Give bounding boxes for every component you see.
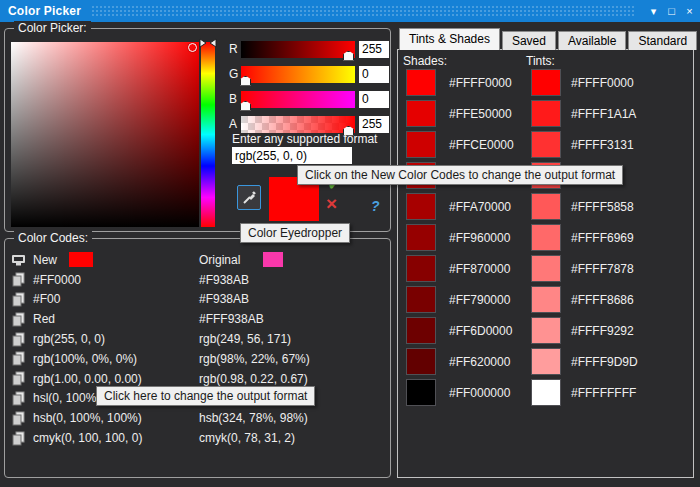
copy-icon[interactable] [11, 292, 26, 307]
cancel-x-icon[interactable]: × [326, 195, 337, 213]
tint-code[interactable]: #FFFF0000 [571, 76, 634, 90]
alpha-slider[interactable] [241, 116, 355, 133]
channel-label-b: B [229, 92, 241, 106]
tint-code[interactable]: #FFFF9D9D [571, 355, 638, 369]
red-slider-thumb[interactable] [343, 51, 354, 61]
tint-row: #FFFF1A1A [531, 100, 638, 127]
shade-code[interactable]: #FF000000 [449, 386, 510, 400]
tint-swatch[interactable] [531, 286, 561, 313]
tint-swatch[interactable] [531, 224, 561, 251]
shade-code[interactable]: #FF790000 [449, 293, 510, 307]
shade-row: #FFA70000 [406, 193, 514, 220]
code-new-value[interactable]: rgb(255, 0, 0) [33, 332, 199, 346]
close-icon[interactable]: × [682, 0, 697, 22]
code-new-value[interactable]: Red [33, 312, 199, 326]
shade-code[interactable]: #FFFF0000 [449, 76, 512, 90]
tint-code[interactable]: #FFFF5858 [571, 200, 634, 214]
saturation-value-canvas[interactable] [11, 42, 199, 227]
tint-code[interactable]: #FFFF9292 [571, 324, 634, 338]
tint-swatch[interactable] [531, 317, 561, 344]
copy-icon[interactable] [11, 371, 26, 386]
shade-code[interactable]: #FFE50000 [449, 107, 512, 121]
copy-icon[interactable] [11, 431, 26, 446]
green-slider-thumb[interactable] [240, 76, 251, 86]
tab-available[interactable]: Available [558, 31, 626, 50]
shade-swatch[interactable] [406, 379, 436, 406]
tint-code[interactable]: #FFFF6969 [571, 231, 634, 245]
tab-saved[interactable]: Saved [502, 31, 556, 50]
blue-value-input[interactable] [359, 91, 389, 108]
tint-row: #FFFF3131 [531, 131, 638, 158]
tint-row: #FFFF8686 [531, 286, 638, 313]
original-color-swatch[interactable] [263, 252, 283, 267]
tint-code[interactable]: #FFFF8686 [571, 293, 634, 307]
format-input[interactable] [232, 147, 352, 164]
tint-swatch[interactable] [531, 379, 561, 406]
shade-row: #FF960000 [406, 224, 514, 251]
eyedropper-icon [242, 190, 257, 205]
tab-standard[interactable]: Standard [628, 31, 697, 50]
alpha-value-input[interactable] [359, 116, 389, 133]
tint-swatch[interactable] [531, 131, 561, 158]
tint-swatch[interactable] [531, 255, 561, 282]
tab-tints-and-shades[interactable]: Tints & Shades [399, 28, 500, 50]
window-menu-icon[interactable]: ▾ [646, 0, 661, 22]
shade-swatch[interactable] [406, 224, 436, 251]
shade-swatch[interactable] [406, 131, 436, 158]
tint-code[interactable]: #FFFF1A1A [571, 107, 636, 121]
tooltip-color-eyedropper: Color Eyedropper [240, 223, 350, 243]
green-value-input[interactable] [359, 66, 389, 83]
shade-swatch[interactable] [406, 286, 436, 313]
tooltip-new-color-codes: Click on the New Color Codes to change t… [297, 165, 623, 185]
copy-icon[interactable] [11, 351, 26, 366]
hue-slider[interactable] [201, 42, 215, 227]
tints-column: #FFFF0000 #FFFF1A1A #FFFF3131 #FFFF5858 … [531, 69, 638, 410]
new-color-swatch[interactable] [69, 252, 93, 267]
copy-icon[interactable] [11, 332, 26, 347]
copy-icon[interactable] [11, 411, 26, 426]
shade-code[interactable]: #FF960000 [449, 231, 510, 245]
shade-row: #FF870000 [406, 255, 514, 282]
shade-swatch[interactable] [406, 348, 436, 375]
code-new-value[interactable]: hsb(0, 100%, 100%) [33, 411, 199, 425]
code-new-value[interactable]: rgb(1.00, 0.00, 0.00) [33, 372, 199, 386]
code-new-value[interactable]: rgb(100%, 0%, 0%) [33, 352, 199, 366]
tint-swatch[interactable] [531, 193, 561, 220]
copy-icon[interactable] [11, 272, 26, 287]
tab-strip: Tints & Shades Saved Available Standard [399, 28, 699, 50]
blue-slider-thumb[interactable] [240, 101, 251, 111]
copy-icon[interactable] [11, 312, 26, 327]
tint-swatch[interactable] [531, 100, 561, 127]
tint-code[interactable]: #FFFF3131 [571, 138, 634, 152]
tint-code[interactable]: #FFFFFFFF [571, 386, 636, 400]
shade-swatch[interactable] [406, 193, 436, 220]
code-new-value[interactable]: #FF0000 [33, 273, 199, 287]
shade-swatch[interactable] [406, 100, 436, 127]
shade-code[interactable]: #FF620000 [449, 355, 510, 369]
shade-code[interactable]: #FF870000 [449, 262, 510, 276]
code-new-value[interactable]: #F00 [33, 292, 199, 306]
hue-slider-thumb[interactable] [199, 38, 217, 48]
eyedropper-button[interactable] [237, 185, 261, 210]
help-icon[interactable]: ? [371, 198, 380, 214]
shade-code[interactable]: #FF6D0000 [449, 324, 512, 338]
copy-icon[interactable] [11, 391, 26, 406]
tint-code[interactable]: #FFFF7878 [571, 262, 634, 276]
shade-swatch[interactable] [406, 255, 436, 282]
tint-row: #FFFF0000 [531, 69, 638, 96]
shade-code[interactable]: #FFCE0000 [449, 138, 514, 152]
code-new-value[interactable]: cmyk(0, 100, 100, 0) [33, 431, 199, 445]
tint-swatch[interactable] [531, 69, 561, 96]
shade-swatch[interactable] [406, 317, 436, 344]
red-value-input[interactable] [359, 41, 389, 58]
shade-row: #FFFF0000 [406, 69, 514, 96]
shade-swatch[interactable] [406, 69, 436, 96]
sv-selection-indicator[interactable] [188, 43, 197, 52]
shade-code[interactable]: #FFA70000 [449, 200, 511, 214]
red-slider[interactable] [241, 41, 355, 58]
blue-slider[interactable] [241, 91, 355, 108]
tint-swatch[interactable] [531, 348, 561, 375]
maximize-icon[interactable]: □ [664, 0, 679, 22]
titlebar[interactable]: Color Picker ▾ □ × [0, 0, 700, 22]
green-slider[interactable] [241, 66, 355, 83]
